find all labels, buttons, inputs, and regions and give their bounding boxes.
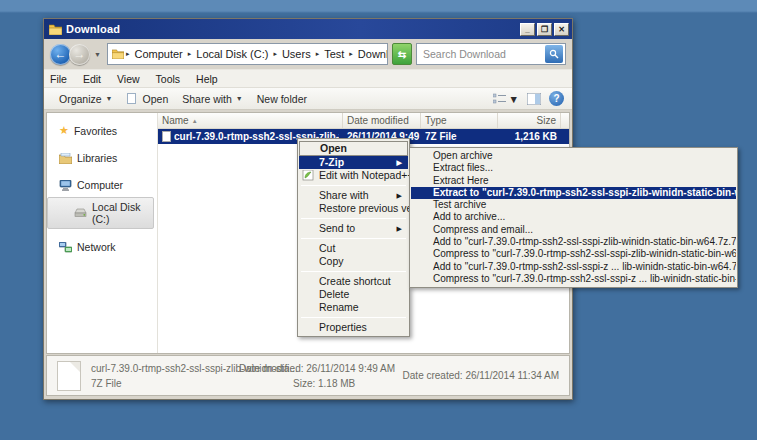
column-header-spacer: [561, 113, 569, 128]
breadcrumb-arrow-icon: ▸: [126, 50, 130, 58]
details-pane: curl-7.39.0-rtmp-ssh2-ssl-sspi-zlib-wini…: [46, 355, 570, 396]
breadcrumb-folder-icon: [112, 49, 124, 59]
submenu-item-compress-and-email[interactable]: Compress and email...: [411, 224, 736, 236]
breadcrumb-arrow-icon: ▸: [316, 50, 320, 58]
menu-help[interactable]: Help: [196, 73, 218, 85]
context-menu-item-restore-previous-versions[interactable]: Restore previous versions: [299, 202, 408, 215]
menu-bar: File Edit View Tools Help: [44, 69, 572, 87]
submenu-item-open-archive[interactable]: Open archive: [411, 150, 736, 162]
context-menu-item-delete[interactable]: Delete: [299, 288, 408, 301]
submenu-item-add-to-archive[interactable]: Add to archive...: [411, 211, 736, 223]
menu-separator: [301, 218, 406, 219]
chevron-down-icon: ▼: [509, 93, 519, 105]
file-preview-icon: [57, 361, 81, 391]
title-bar[interactable]: Download _ ❐ ✕: [44, 19, 572, 39]
details-date-modified: Date modified: 26/11/2014 9:49 AM: [239, 361, 403, 376]
open-button[interactable]: Open: [120, 91, 176, 107]
navigation-pane: ★ Favorites Libraries Computer Local Di: [47, 113, 158, 353]
sort-ascending-icon: ▲: [192, 118, 198, 124]
computer-icon: [59, 180, 72, 191]
submenu-arrow-icon: ▶: [397, 156, 402, 169]
refresh-button[interactable]: ⇆: [392, 43, 412, 65]
breadcrumb-arrow-icon: ▸: [349, 50, 353, 58]
sidebar-item-computer[interactable]: Computer: [47, 176, 157, 194]
sidebar-item-libraries[interactable]: Libraries: [47, 149, 157, 167]
sidebar-item-network[interactable]: Network: [47, 238, 157, 256]
column-header-date-modified[interactable]: Date modified: [343, 113, 421, 128]
submenu-item-extract-files[interactable]: Extract files...: [411, 162, 736, 174]
context-menu-item-rename[interactable]: Rename: [299, 301, 408, 314]
organize-button[interactable]: Organize▼: [52, 91, 120, 107]
search-input[interactable]: [423, 48, 545, 60]
submenu-item-add-to-zip[interactable]: Add to "curl-7.39.0-rtmp-ssh2-ssl-sspi-z…: [411, 261, 736, 273]
menu-edit[interactable]: Edit: [83, 73, 101, 85]
submenu-item-extract-here[interactable]: Extract Here: [411, 175, 736, 187]
search-box: [416, 43, 566, 65]
context-menu: Open 7-Zip▶ Edit with Notepad++ Share wi…: [297, 138, 410, 337]
change-view-button[interactable]: ▼: [493, 93, 519, 105]
context-menu-item-edit-with-notepadpp[interactable]: Edit with Notepad++: [299, 169, 408, 182]
breadcrumb-arrow-icon: ▸: [188, 50, 192, 58]
search-icon[interactable]: [545, 45, 563, 63]
preview-pane-button[interactable]: [527, 93, 541, 105]
details-size: Size: 1.18 MB: [239, 376, 403, 391]
breadcrumb[interactable]: ▸ Computer ▸ Local Disk (C:) ▸ Users ▸ T…: [107, 43, 388, 65]
libraries-icon: [59, 153, 72, 164]
close-button[interactable]: ✕: [554, 23, 569, 36]
breadcrumb-item-local-disk[interactable]: Local Disk (C:): [193, 46, 271, 62]
submenu-item-compress-to-7z-and-email[interactable]: Compress to "curl-7.39.0-rtmp-ssh2-ssl-s…: [411, 248, 736, 260]
column-header-size[interactable]: Size: [498, 113, 561, 128]
column-header-type[interactable]: Type: [421, 113, 498, 128]
breadcrumb-item-computer[interactable]: Computer: [131, 46, 185, 62]
context-menu-item-send-to[interactable]: Send to▶: [299, 222, 408, 235]
share-with-button[interactable]: Share with▼: [175, 91, 250, 107]
submenu-arrow-icon: ▶: [397, 189, 402, 202]
back-button[interactable]: ←: [50, 44, 71, 65]
submenu-item-compress-to-zip-and-email[interactable]: Compress to "curl-7.39.0-rtmp-ssh2-ssl-s…: [411, 273, 736, 285]
context-menu-item-share-with[interactable]: Share with▶: [299, 189, 408, 202]
menu-view[interactable]: View: [117, 73, 140, 85]
submenu-item-add-to-7z[interactable]: Add to "curl-7.39.0-rtmp-ssh2-ssl-sspi-z…: [411, 236, 736, 248]
menu-separator: [301, 271, 406, 272]
forward-button[interactable]: →: [69, 44, 90, 65]
document-icon: [162, 131, 171, 142]
context-menu-item-7zip[interactable]: 7-Zip▶: [299, 156, 408, 169]
sidebar-item-favorites[interactable]: ★ Favorites: [47, 121, 157, 140]
column-header-name[interactable]: Name ▲: [158, 113, 343, 128]
menu-tools[interactable]: Tools: [156, 73, 181, 85]
context-menu-item-cut[interactable]: Cut: [299, 242, 408, 255]
submenu-item-extract-to[interactable]: Extract to "curl-7.39.0-rtmp-ssh2-ssl-ss…: [411, 187, 736, 199]
maximize-button[interactable]: ❐: [537, 23, 552, 36]
context-menu-item-create-shortcut[interactable]: Create shortcut: [299, 275, 408, 288]
7zip-submenu: Open archive Extract files... Extract He…: [409, 147, 738, 288]
sidebar-item-local-disk-c[interactable]: Local Disk (C:): [47, 197, 154, 229]
breadcrumb-arrow-icon: ▸: [273, 50, 277, 58]
network-icon: [59, 242, 72, 253]
minimize-button[interactable]: _: [520, 23, 535, 36]
window-title: Download: [66, 23, 518, 35]
details-file-name: curl-7.39.0-rtmp-ssh2-ssl-sspi-zlib-wini…: [91, 361, 239, 376]
file-size-cell: 1,216 KB: [498, 131, 561, 142]
details-date-created: Date created: 26/11/2014 11:34 AM: [403, 368, 559, 383]
details-file-type: 7Z File: [91, 376, 239, 391]
breadcrumb-item-download[interactable]: Download: [355, 46, 388, 62]
help-icon[interactable]: ?: [549, 91, 564, 106]
context-menu-item-properties[interactable]: Properties: [299, 321, 408, 334]
history-dropdown-icon[interactable]: ▼: [94, 51, 101, 58]
new-folder-button[interactable]: New folder: [250, 91, 314, 107]
menu-separator: [301, 238, 406, 239]
submenu-item-test-archive[interactable]: Test archive: [411, 199, 736, 211]
file-icon: [127, 93, 136, 104]
star-icon: ★: [59, 124, 69, 137]
menu-file[interactable]: File: [50, 73, 67, 85]
command-toolbar: Organize▼ Open Share with▼ New folder ▼ …: [44, 87, 572, 110]
breadcrumb-item-test[interactable]: Test: [321, 46, 347, 62]
folder-icon: [49, 24, 62, 35]
context-menu-item-copy[interactable]: Copy: [299, 255, 408, 268]
file-type-cell: 7Z File: [421, 131, 498, 142]
menu-separator: [301, 317, 406, 318]
context-menu-item-open[interactable]: Open: [299, 141, 408, 156]
column-headers: Name ▲ Date modified Type Size: [158, 113, 569, 129]
breadcrumb-item-users[interactable]: Users: [279, 46, 314, 62]
desktop: { "window": { "title": "Download", "cont…: [0, 0, 757, 440]
